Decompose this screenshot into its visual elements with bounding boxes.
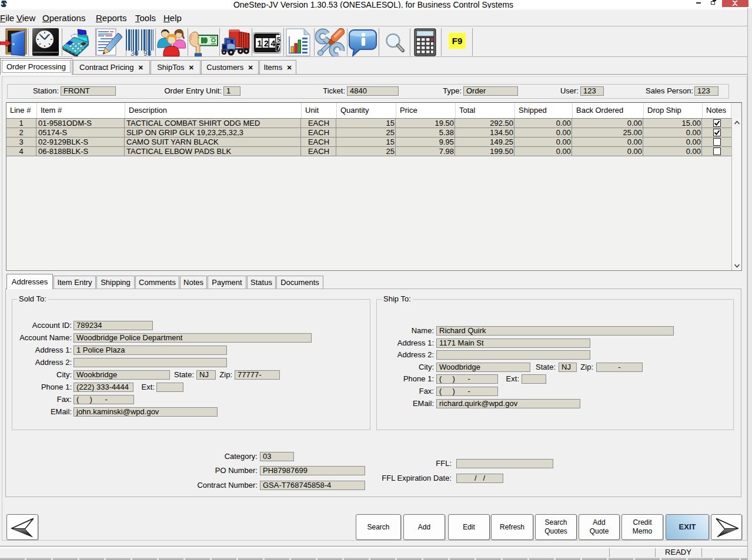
svg-text:2: 2 [264,39,269,48]
svg-text:4: 4 [271,39,276,48]
svg-text:1: 1 [258,39,262,48]
svg-text:7: 7 [277,44,280,51]
svg-text:30: 30 [131,49,139,56]
svg-text:5: 5 [277,36,280,43]
svg-text:98: 98 [143,49,152,56]
